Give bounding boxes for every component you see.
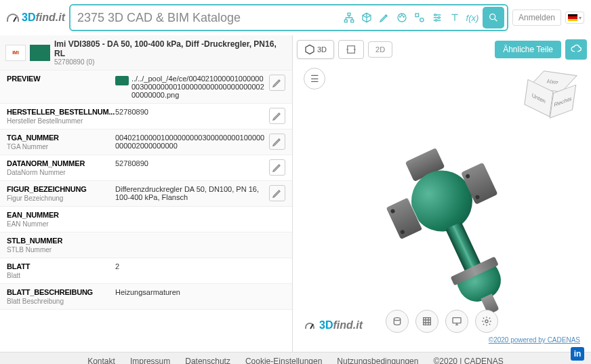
svg-rect-1 bbox=[344, 20, 347, 22]
prop-sublabel: STLB Nummer bbox=[7, 246, 115, 254]
edit-button[interactable] bbox=[269, 134, 285, 150]
footer-link-agb[interactable]: Nutzungsbedingungen bbox=[337, 357, 418, 364]
navigation-cube[interactable]: Vorn Unten Rechts bbox=[526, 69, 575, 118]
footer-link-impressum[interactable]: Impressum bbox=[130, 357, 170, 364]
edit-button[interactable] bbox=[269, 185, 285, 201]
prop-label: DATANORM_NUMMER bbox=[7, 159, 115, 167]
product-title: Imi VDI3805 - DA 50, 100-400 kPa, Diff -… bbox=[54, 39, 287, 58]
logo[interactable]: 3Dfind.it bbox=[7, 12, 65, 24]
footer-link-datenschutz[interactable]: Datenschutz bbox=[185, 357, 230, 364]
3d-viewer[interactable]: ☰ Vorn Unten Rechts bbox=[297, 60, 587, 348]
3d-model[interactable] bbox=[401, 160, 483, 241]
login-button[interactable]: Anmelden bbox=[512, 9, 561, 26]
shaded-view-icon[interactable] bbox=[386, 310, 409, 333]
sliders-icon[interactable] bbox=[430, 10, 445, 25]
svg-point-10 bbox=[438, 17, 440, 19]
language-selector[interactable] bbox=[565, 12, 584, 24]
brand-thumb[interactable]: IMI bbox=[5, 45, 26, 61]
prop-label: BLATT_BESCHREIBUNG bbox=[7, 288, 115, 296]
prop-label: EAN_NUMMER bbox=[7, 211, 115, 219]
footer-link-kontakt[interactable]: Kontakt bbox=[87, 357, 115, 364]
viewer-bottom-tools bbox=[386, 310, 498, 333]
prop-label: STLB_NUMMER bbox=[7, 237, 115, 245]
prop-sublabel: DataNorm Nummer bbox=[7, 169, 115, 176]
prop-label: HERSTELLER_BESTELLNUM... bbox=[7, 108, 115, 116]
palette-icon[interactable] bbox=[394, 10, 409, 25]
prop-value: 2 bbox=[115, 262, 285, 279]
svg-point-11 bbox=[435, 20, 437, 22]
edit-button[interactable] bbox=[269, 75, 285, 91]
viewer-watermark: 3Dfind.it bbox=[305, 319, 363, 331]
footer: Kontakt Impressum Datenschutz Cookie-Ein… bbox=[0, 352, 591, 364]
prop-sublabel: Hersteller Bestellnummer bbox=[7, 117, 115, 125]
svg-rect-13 bbox=[348, 46, 355, 54]
download-button[interactable] bbox=[565, 39, 587, 60]
wireframe-icon[interactable] bbox=[415, 310, 439, 333]
prop-sublabel: Figur Bezeichnung bbox=[7, 195, 115, 202]
property-row: EAN_NUMMEREAN Nummer bbox=[0, 207, 292, 232]
flag-de-icon bbox=[568, 14, 577, 21]
footer-link-cookies[interactable]: Cookie-Einstellungen bbox=[245, 357, 322, 364]
preview-thumb-icon bbox=[115, 76, 129, 85]
header: 3Dfind.it f(x) Anmelden bbox=[0, 0, 591, 35]
text-icon[interactable] bbox=[447, 10, 462, 25]
sitemap-icon[interactable] bbox=[342, 10, 356, 25]
search-input[interactable] bbox=[73, 8, 342, 28]
auth-area: Anmelden bbox=[512, 9, 584, 26]
property-row: TGA_NUMMERTGA Nummer00402100000100000000… bbox=[0, 129, 292, 155]
tab-2d[interactable]: 2D bbox=[368, 41, 392, 58]
prop-sublabel: EAN Nummer bbox=[7, 220, 115, 228]
property-row: STLB_NUMMERSTLB Nummer bbox=[0, 232, 292, 258]
tab-dimensions[interactable] bbox=[338, 40, 364, 59]
powered-by-link[interactable]: ©2020 powered by CADENAS bbox=[489, 336, 580, 344]
similar-parts-button[interactable]: Ähnliche Teile bbox=[495, 41, 561, 58]
gauge-icon bbox=[7, 14, 19, 22]
product-thumb[interactable] bbox=[30, 45, 50, 61]
edit-button[interactable] bbox=[269, 159, 285, 176]
screen-icon[interactable] bbox=[445, 310, 468, 333]
svg-point-14 bbox=[394, 318, 400, 321]
prop-label: PREVIEW bbox=[7, 75, 115, 83]
svg-point-9 bbox=[434, 14, 436, 16]
prop-label: FIGUR_BEZEICHNUNG bbox=[7, 185, 115, 193]
cube-icon[interactable] bbox=[359, 10, 374, 25]
prop-label: BLATT bbox=[7, 262, 115, 270]
search-button[interactable] bbox=[483, 7, 504, 28]
logo-3d: 3D bbox=[22, 12, 35, 23]
svg-rect-15 bbox=[453, 318, 461, 323]
property-row: HERSTELLER_BESTELLNUM...Hersteller Beste… bbox=[0, 104, 292, 129]
properties-list[interactable]: PREVIEW../../_pool_/4e/ce/00402100000100… bbox=[0, 70, 292, 352]
tab-3d[interactable]: 3D bbox=[297, 40, 334, 59]
viewer-options-button[interactable]: ☰ bbox=[304, 68, 325, 89]
product-title-block: Imi VDI3805 - DA 50, 100-400 kPa, Diff -… bbox=[54, 39, 287, 66]
shape-icon[interactable] bbox=[412, 10, 427, 25]
footer-copyright: ©2020 | CADENAS bbox=[433, 357, 503, 364]
property-row: PREVIEW../../_pool_/4e/ce/00402100000100… bbox=[0, 70, 292, 104]
svg-point-4 bbox=[400, 16, 401, 17]
viewer-toolbar: 3D 2D Ähnliche Teile bbox=[297, 39, 587, 60]
svg-rect-2 bbox=[351, 20, 354, 22]
main-content: IMI Imi VDI3805 - DA 50, 100-400 kPa, Di… bbox=[0, 35, 591, 352]
svg-point-12 bbox=[490, 14, 495, 20]
settings-icon[interactable] bbox=[475, 310, 498, 333]
prop-value: Differenzdruckregler DA 50, DN100, PN 16… bbox=[115, 185, 269, 202]
prop-sublabel: TGA Nummer bbox=[7, 143, 115, 150]
product-header: IMI Imi VDI3805 - DA 50, 100-400 kPa, Di… bbox=[0, 35, 292, 70]
prop-value: 52780890 bbox=[115, 108, 269, 125]
product-subtitle: 52780890 (0) bbox=[54, 58, 287, 66]
viewer-panel: 3D 2D Ähnliche Teile ☰ Vorn Unten bbox=[293, 35, 591, 352]
property-row: BLATTBlatt2 bbox=[0, 258, 292, 284]
function-icon[interactable]: f(x) bbox=[465, 10, 480, 25]
property-row: BLATT_BESCHREIBUNGBlatt BeschreibungHeiz… bbox=[0, 284, 292, 310]
svg-point-6 bbox=[403, 16, 404, 17]
prop-value: 0040210000010000000003000000001000000000… bbox=[115, 134, 269, 150]
search-filter-icons: f(x) bbox=[342, 10, 480, 25]
svg-rect-0 bbox=[348, 13, 350, 15]
property-row: FIGUR_BEZEICHNUNGFigur BezeichnungDiffer… bbox=[0, 181, 292, 207]
linkedin-icon[interactable]: in bbox=[571, 347, 584, 361]
edit-button[interactable] bbox=[269, 108, 285, 124]
logo-find: find.it bbox=[35, 12, 65, 23]
properties-panel: IMI Imi VDI3805 - DA 50, 100-400 kPa, Di… bbox=[0, 35, 293, 352]
pencil-icon[interactable] bbox=[377, 10, 392, 25]
svg-point-5 bbox=[401, 15, 402, 16]
